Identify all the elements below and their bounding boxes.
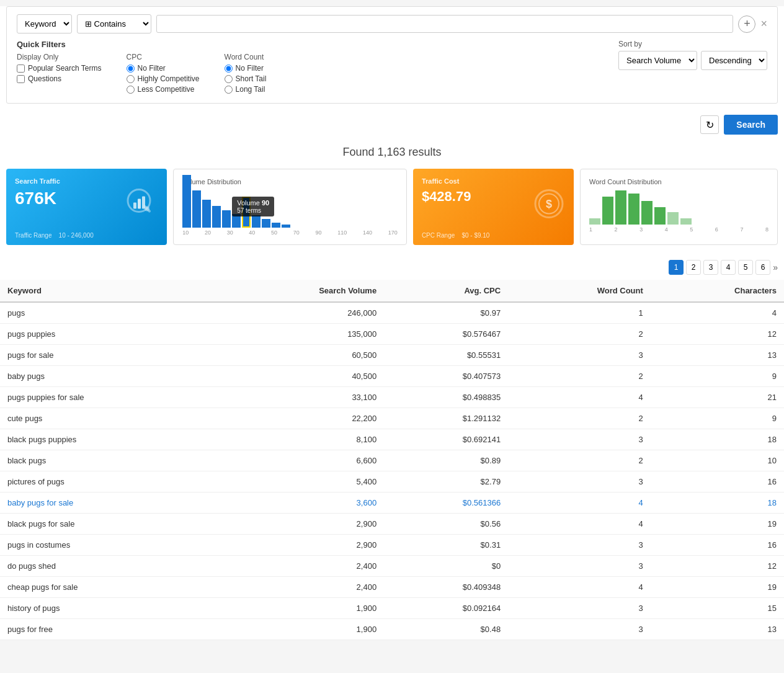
- chars-cell: 15: [651, 598, 784, 619]
- keyword-cell: baby pugs: [0, 366, 214, 387]
- table-row[interactable]: history of pugs 1,900 $0.092164 3 15: [0, 598, 784, 619]
- cpc-highly-competitive-radio[interactable]: Highly Competitive: [127, 74, 200, 83]
- keyword-cell: history of pugs: [0, 598, 214, 619]
- refresh-icon: ↻: [706, 119, 714, 131]
- chars-cell: 21: [651, 387, 784, 408]
- wc-long-tail-radio[interactable]: Long Tail: [225, 85, 267, 94]
- table-row[interactable]: pugs for sale 60,500 $0.55531 3 13: [0, 345, 784, 366]
- keyword-header[interactable]: Keyword: [0, 280, 214, 302]
- sort-by-select[interactable]: Search Volume Avg. CPC Word Count Charac…: [618, 51, 697, 70]
- chars-cell: 18: [651, 429, 784, 450]
- table-row[interactable]: pugs puppies for sale 33,100 $0.498835 4…: [0, 387, 784, 408]
- keyword-type-select[interactable]: Keyword: [17, 14, 72, 33]
- word-count-cell: 3: [508, 535, 651, 556]
- cpc-less-competitive-radio[interactable]: Less Competitive: [127, 85, 200, 94]
- popular-search-terms-checkbox[interactable]: Popular Search Terms: [17, 64, 102, 73]
- table-row[interactable]: pugs for free 1,900 $0.48 3 13: [0, 619, 784, 640]
- volume-dist-bars: [182, 190, 398, 228]
- volume-cell: 60,500: [214, 345, 384, 366]
- svg-text:$: $: [546, 197, 552, 210]
- keyword-cell: cute pugs: [0, 408, 214, 429]
- volume-cell: 2,400: [214, 556, 384, 577]
- wc-short-tail-radio[interactable]: Short Tail: [225, 74, 267, 83]
- table-row[interactable]: baby pugs for sale 3,600 $0.561366 4 18: [0, 492, 784, 514]
- cpc-cell: $0.498835: [384, 387, 508, 408]
- keyword-cell: pugs puppies for sale: [0, 387, 214, 408]
- page-6-button[interactable]: 6: [755, 260, 770, 275]
- table-row[interactable]: pugs in costumes 2,900 $0.31 3 16: [0, 535, 784, 556]
- word-count-dist-title: Word Count Distribution: [589, 178, 768, 185]
- page-1-button[interactable]: 1: [669, 260, 684, 275]
- table-row[interactable]: baby pugs 40,500 $0.407573 2 9: [0, 366, 784, 387]
- word-count-bars: [589, 190, 768, 225]
- table-row[interactable]: black pugs 6,600 $0.89 2 10: [0, 450, 784, 471]
- word-count-cell: 3: [508, 556, 651, 577]
- close-filter-button[interactable]: ×: [760, 17, 767, 30]
- table-row[interactable]: cute pugs 22,200 $1.291132 2 9: [0, 408, 784, 429]
- volume-cell: 1,900: [214, 598, 384, 619]
- word-count-dist-card: Word Count Distribution 12345678: [580, 169, 778, 245]
- svg-rect-4: [138, 198, 141, 208]
- table-row[interactable]: black pugs for sale 2,900 $0.56 4 19: [0, 514, 784, 535]
- search-volume-header[interactable]: Search Volume: [214, 280, 384, 302]
- cpc-cell: $0.561366: [384, 492, 508, 514]
- word-count-cell: 1: [508, 302, 651, 324]
- word-count-cell: 2: [508, 408, 651, 429]
- word-count-cell: 2: [508, 450, 651, 471]
- page-3-button[interactable]: 3: [703, 260, 718, 275]
- keyword-cell: pugs: [0, 302, 214, 324]
- cpc-range-label: CPC Range: [422, 232, 455, 239]
- word-count-cell: 4: [508, 387, 651, 408]
- search-traffic-card: Search Traffic 676K Traffic Range 10 - 2…: [6, 169, 167, 245]
- traffic-cost-icon: $: [530, 185, 568, 229]
- page-5-button[interactable]: 5: [738, 260, 753, 275]
- word-count-cell: 3: [508, 429, 651, 450]
- search-traffic-icon: [123, 185, 161, 229]
- word-count-axis: 12345678: [589, 226, 768, 233]
- refresh-button[interactable]: ↻: [700, 115, 719, 134]
- keyword-cell: do pugs shed: [0, 556, 214, 577]
- volume-cell: 8,100: [214, 429, 384, 450]
- cpc-cell: $0.97: [384, 302, 508, 324]
- keyword-cell: pugs in costumes: [0, 535, 214, 556]
- cpc-cell: $0.89: [384, 450, 508, 471]
- word-count-cell: 3: [508, 598, 651, 619]
- keyword-cell: black pugs: [0, 450, 214, 471]
- cpc-cell: $0.55531: [384, 345, 508, 366]
- sort-order-select[interactable]: Descending Ascending: [701, 51, 767, 70]
- avg-cpc-header[interactable]: Avg. CPC: [384, 280, 508, 302]
- volume-tooltip: Volume 9057 terms: [232, 197, 274, 216]
- page-2-button[interactable]: 2: [686, 260, 701, 275]
- word-count-cell: 3: [508, 345, 651, 366]
- word-count-header[interactable]: Word Count: [508, 280, 651, 302]
- table-row[interactable]: black pugs puppies 8,100 $0.692141 3 18: [0, 429, 784, 450]
- page-4-button[interactable]: 4: [721, 260, 736, 275]
- chars-cell: 16: [651, 535, 784, 556]
- volume-dist-card: Volume Distribution Volume 9057 terms: [173, 169, 407, 245]
- chars-cell: 9: [651, 408, 784, 429]
- table-row[interactable]: pugs puppies 135,000 $0.576467 2 12: [0, 324, 784, 345]
- chars-cell: 19: [651, 514, 784, 535]
- svg-rect-5: [142, 196, 145, 208]
- volume-cell: 2,900: [214, 514, 384, 535]
- volume-cell: 135,000: [214, 324, 384, 345]
- cpc-no-filter-radio[interactable]: No Filter: [127, 64, 200, 73]
- keyword-input[interactable]: pugs: [156, 15, 733, 33]
- wc-no-filter-radio[interactable]: No Filter: [225, 64, 267, 73]
- table-row[interactable]: pictures of pugs 5,400 $2.79 3 16: [0, 471, 784, 492]
- table-row[interactable]: do pugs shed 2,400 $0 3 12: [0, 556, 784, 577]
- volume-cell: 40,500: [214, 366, 384, 387]
- word-count-cell: 4: [508, 577, 651, 598]
- questions-checkbox[interactable]: Questions: [17, 74, 102, 83]
- table-row[interactable]: pugs 246,000 $0.97 1 4: [0, 302, 784, 324]
- cpc-cell: $0.31: [384, 535, 508, 556]
- cpc-cell: $2.79: [384, 471, 508, 492]
- traffic-cost-title: Traffic Cost: [422, 177, 565, 185]
- table-row[interactable]: cheap pugs for sale 2,400 $0.409348 4 19: [0, 577, 784, 598]
- add-filter-button[interactable]: +: [738, 16, 755, 33]
- contains-select[interactable]: ⊞ Contains: [77, 14, 151, 33]
- keyword-cell: baby pugs for sale: [0, 492, 214, 514]
- characters-header[interactable]: Characters: [651, 280, 784, 302]
- search-button[interactable]: Search: [724, 115, 778, 135]
- volume-cell: 5,400: [214, 471, 384, 492]
